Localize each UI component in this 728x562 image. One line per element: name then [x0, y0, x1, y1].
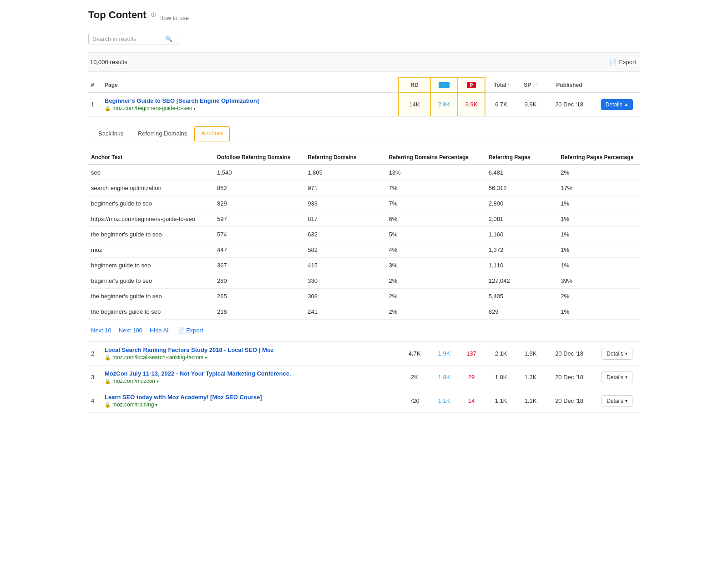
row3-url-arrow: ▾ — [157, 379, 159, 384]
anchor-table-row: beginners guide to seo 367 415 3% 1,110 … — [88, 258, 640, 273]
anchor-text-cell: the beginner's guide to seo — [88, 227, 214, 242]
row1-details-button[interactable]: Details ▲ — [601, 99, 633, 110]
row1-twitter: 2.8K — [430, 92, 458, 116]
anchor-dofollow-cell: 852 — [214, 181, 305, 196]
anchor-col-header-refpages: Referring Pages — [486, 151, 558, 165]
row3-rd: 2K — [399, 366, 430, 389]
col-header-published: Published — [544, 78, 594, 92]
anchor-refdom-cell: 817 — [305, 211, 386, 227]
row4-details-cell: Details ▾ — [594, 389, 640, 413]
anchors-table: Anchor Text Dofollow Referring Domains R… — [88, 151, 640, 320]
row3-details-chevron: ▾ — [625, 375, 627, 380]
pagination-export[interactable]: 📄 Export — [177, 327, 203, 334]
row3-lock-icon: 🔒 — [105, 378, 111, 384]
row2-pinterest: 137 — [458, 342, 485, 366]
row2-details-button[interactable]: Details ▾ — [602, 348, 632, 360]
row3-total: 1.8K — [485, 366, 517, 389]
anchor-refdomp-cell: 5% — [386, 227, 486, 242]
anchor-table-row: moz 447 582 4% 1,372 1% — [88, 242, 640, 258]
next-100-link[interactable]: Next 100 — [119, 327, 142, 334]
row2-num: 2 — [88, 342, 102, 366]
anchor-refpages-cell: 5,405 — [486, 289, 558, 304]
row4-url-arrow: ▾ — [155, 402, 157, 407]
row4-url: moz.com/training — [112, 401, 154, 408]
anchor-refdom-cell: 308 — [305, 289, 386, 304]
row4-rd: 720 — [399, 389, 430, 413]
col-header-twitter: 🐦 — [430, 78, 458, 92]
row1-url: moz.com/beginners-guide-to-seo — [112, 105, 192, 111]
search-input[interactable] — [92, 35, 165, 42]
export-doc-icon: 📄 — [609, 59, 617, 65]
row3-details-button[interactable]: Details ▾ — [602, 371, 632, 383]
anchor-text-cell: seo — [88, 165, 214, 181]
anchor-refpagesp-cell: 1% — [558, 304, 640, 320]
row4-pinterest: 14 — [458, 389, 485, 413]
anchor-text-cell: https://moz.com/beginners-guide-to-seo — [88, 211, 214, 227]
row1-details-chevron: ▲ — [624, 102, 628, 107]
anchor-refdomp-cell: 7% — [386, 196, 486, 211]
row4-page: Learn SEO today with Moz Academy! [Moz S… — [102, 389, 399, 413]
anchor-col-header-text: Anchor Text — [88, 151, 214, 165]
row1-sp: 3.9K — [517, 92, 544, 116]
table-row: 2 Local Search Ranking Factors Study 201… — [88, 342, 640, 366]
info-icon[interactable]: ⓘ — [151, 12, 156, 18]
row4-details-button[interactable]: Details ▾ — [602, 395, 632, 407]
anchor-refdom-cell: 330 — [305, 273, 386, 289]
table-row: 3 MozCon July 11-13, 2022 - Not Your Typ… — [88, 366, 640, 389]
anchor-refdomp-cell: 6% — [386, 211, 486, 227]
row3-page-link[interactable]: MozCon July 11-13, 2022 - Not Your Typic… — [105, 370, 396, 377]
row1-page-link[interactable]: Beginner's Guide to SEO [Search Engine O… — [105, 97, 395, 104]
row3-num: 3 — [88, 366, 102, 389]
anchor-table-row: the beginners guide to seo 218 241 2% 82… — [88, 304, 640, 320]
anchor-refdomp-cell: 4% — [386, 242, 486, 258]
anchor-dofollow-cell: 265 — [214, 289, 305, 304]
anchor-dofollow-cell: 367 — [214, 258, 305, 273]
pinterest-icon-badge: P — [467, 82, 475, 88]
pagination-export-icon: 📄 — [177, 327, 184, 334]
twitter-icon-badge: 🐦 — [439, 82, 450, 88]
row2-total: 2.1K — [485, 342, 517, 366]
col-header-rd: RD — [399, 78, 430, 92]
tab-backlinks[interactable]: Backlinks — [91, 126, 131, 141]
page-title: Top Content ⓘ — [88, 9, 156, 21]
row2-url: moz.com/local-search-ranking-factors — [112, 354, 203, 361]
anchor-refpagesp-cell: 17% — [558, 181, 640, 196]
row2-lock-icon: 🔒 — [105, 355, 111, 361]
row1-expanded-section: Backlinks Referring Domains Anchors Anch… — [88, 116, 640, 341]
table-row: 4 Learn SEO today with Moz Academy! [Moz… — [88, 389, 640, 413]
page-title-text: Top Content — [88, 9, 147, 21]
row2-page-link[interactable]: Local Search Ranking Factors Study 2018 … — [105, 346, 396, 353]
row4-page-link[interactable]: Learn SEO today with Moz Academy! [Moz S… — [105, 394, 396, 401]
row4-num: 4 — [88, 389, 102, 413]
row1-details-cell: Details ▲ — [594, 92, 640, 116]
row3-url: moz.com/mozcon — [112, 378, 155, 384]
results-count: 10,000 results — [88, 59, 127, 65]
anchor-dofollow-cell: 597 — [214, 211, 305, 227]
anchor-text-cell: beginner's guide to seo — [88, 273, 214, 289]
how-to-use-link[interactable]: How to use — [159, 15, 189, 21]
row4-total: 1.1K — [485, 389, 517, 413]
export-button[interactable]: 📄 Export — [606, 56, 640, 68]
row1-pinterest: 3.9K — [458, 92, 485, 116]
search-bar: 🔍 — [88, 33, 179, 45]
tab-referring-domains[interactable]: Referring Domains — [131, 126, 194, 141]
row1-rd: 14K — [399, 92, 430, 116]
anchor-dofollow-cell: 829 — [214, 196, 305, 211]
next-10-link[interactable]: Next 10 — [91, 327, 111, 334]
anchor-dofollow-cell: 218 — [214, 304, 305, 320]
anchor-refpagesp-cell: 39% — [558, 273, 640, 289]
row1-num: 1 — [88, 92, 102, 116]
anchor-col-header-refdom: Referring Domains — [305, 151, 386, 165]
anchor-refdom-cell: 632 — [305, 227, 386, 242]
sp-info-icon: ↓ — [532, 83, 535, 88]
row1-lock-icon: 🔒 — [105, 105, 111, 111]
anchor-refpages-cell: 1,372 — [486, 242, 558, 258]
row4-details-chevron: ▾ — [625, 398, 627, 403]
tab-anchors[interactable]: Anchors — [194, 126, 230, 141]
anchor-table-row: seo 1,540 1,805 13% 6,481 2% — [88, 165, 640, 181]
anchor-text-cell: beginner's guide to seo — [88, 196, 214, 211]
table-row: 1 Beginner's Guide to SEO [Search Engine… — [88, 92, 640, 116]
sp-sort-icon: ⁱ — [536, 83, 537, 88]
hide-all-link[interactable]: Hide All — [150, 327, 170, 334]
col-header-total: Total ⁱ — [485, 78, 517, 92]
